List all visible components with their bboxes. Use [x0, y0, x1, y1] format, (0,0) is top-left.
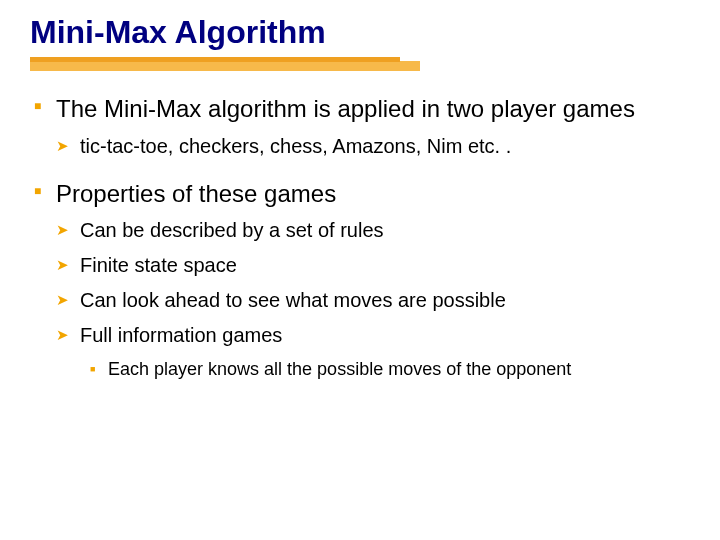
slide-title: Mini-Max Algorithm: [30, 14, 690, 51]
bullet-list: The Mini-Max algorithm is applied in two…: [30, 95, 690, 380]
bullet-l3: Each player knows all the possible moves…: [88, 359, 690, 380]
bullet-l2: Finite state space: [56, 254, 690, 277]
bullet-l2: Can be described by a set of rules: [56, 219, 690, 242]
bullet-l2: tic-tac-toe, checkers, chess, Amazons, N…: [56, 135, 690, 158]
bullet-l1: Properties of these games: [30, 180, 690, 208]
slide: Mini-Max Algorithm The Mini-Max algorith…: [0, 0, 720, 540]
bullet-l2: Can look ahead to see what moves are pos…: [56, 289, 690, 312]
title-underline: [30, 57, 690, 71]
bullet-l1: The Mini-Max algorithm is applied in two…: [30, 95, 690, 123]
bullet-l2: Full information games: [56, 324, 690, 347]
